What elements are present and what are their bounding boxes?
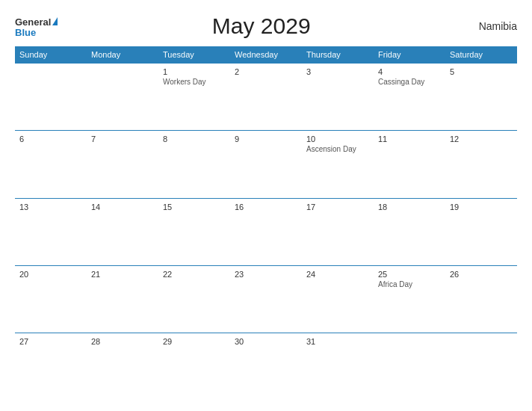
day-number: 15	[163, 203, 226, 211]
col-monday: Monday	[87, 46, 158, 64]
day-number: 13	[19, 203, 82, 211]
day-number: 24	[306, 270, 369, 279]
day-number: 12	[450, 135, 513, 143]
country-label: Namibia	[465, 20, 517, 32]
table-row: 28	[87, 333, 158, 401]
day-number: 22	[163, 270, 226, 279]
table-row: 3	[302, 64, 374, 131]
logo-blue: Blue	[15, 28, 58, 37]
table-row: 18	[374, 198, 445, 265]
table-row: 7	[87, 131, 158, 198]
table-row: 12	[445, 131, 517, 198]
day-number: 3	[306, 67, 369, 76]
table-row	[15, 64, 87, 131]
table-row: 20	[15, 265, 87, 333]
day-number: 5	[450, 67, 513, 76]
day-number: 17	[306, 203, 369, 211]
logo-triangle-icon	[52, 17, 58, 25]
table-row: 29	[158, 333, 230, 401]
table-row: 9	[230, 131, 302, 198]
day-number: 27	[19, 337, 82, 346]
holiday-label: Workers Day	[163, 78, 226, 86]
day-number: 26	[450, 270, 513, 279]
day-number: 29	[163, 337, 226, 346]
table-row: 14	[87, 198, 158, 265]
table-row: 23	[230, 265, 302, 333]
day-number: 7	[91, 135, 154, 143]
day-number: 11	[378, 135, 441, 143]
table-row: 24	[302, 265, 374, 333]
day-number: 31	[306, 337, 369, 346]
day-number: 30	[235, 337, 297, 346]
table-row: 10Ascension Day	[302, 131, 374, 198]
table-row: 19	[445, 198, 517, 265]
holiday-label: Africa Day	[378, 280, 441, 288]
table-row: 22	[158, 265, 230, 333]
day-number: 8	[163, 135, 226, 143]
page-title: May 2029	[58, 13, 465, 39]
calendar-header-row: Sunday Monday Tuesday Wednesday Thursday…	[15, 46, 517, 64]
day-number: 14	[91, 203, 154, 211]
table-row: 13	[15, 198, 87, 265]
day-number: 19	[450, 203, 513, 211]
day-number: 16	[235, 203, 297, 211]
table-row: 8	[158, 131, 230, 198]
calendar-table: Sunday Monday Tuesday Wednesday Thursday…	[15, 46, 517, 401]
table-row	[87, 64, 158, 131]
table-row: 15	[158, 198, 230, 265]
holiday-label: Cassinga Day	[378, 78, 441, 86]
table-row: 21	[87, 265, 158, 333]
calendar-row: 2728293031	[15, 333, 517, 401]
table-row: 26	[445, 265, 517, 333]
col-friday: Friday	[374, 46, 445, 64]
day-number: 1	[163, 67, 226, 76]
logo: General Blue	[15, 16, 58, 37]
table-row	[374, 333, 445, 401]
table-row: 17	[302, 198, 374, 265]
table-row: 5	[445, 64, 517, 131]
day-number: 4	[378, 67, 441, 76]
table-row: 4Cassinga Day	[374, 64, 445, 131]
col-sunday: Sunday	[15, 46, 87, 64]
col-tuesday: Tuesday	[158, 46, 230, 64]
day-number: 25	[378, 270, 441, 279]
table-row: 25Africa Day	[374, 265, 445, 333]
table-row: 11	[374, 131, 445, 198]
calendar-row: 13141516171819	[15, 198, 517, 265]
table-row: 2	[230, 64, 302, 131]
table-row	[445, 333, 517, 401]
day-number: 2	[235, 67, 297, 76]
col-saturday: Saturday	[445, 46, 517, 64]
calendar-row: 678910Ascension Day1112	[15, 131, 517, 198]
day-number: 21	[91, 270, 154, 279]
logo-general: General	[15, 16, 58, 28]
day-number: 6	[19, 135, 82, 143]
table-row: 27	[15, 333, 87, 401]
col-wednesday: Wednesday	[230, 46, 302, 64]
table-row: 1Workers Day	[158, 64, 230, 131]
col-thursday: Thursday	[302, 46, 374, 64]
holiday-label: Ascension Day	[306, 145, 369, 153]
calendar-page: General Blue May 2029 Namibia Sunday Mon…	[0, 0, 532, 411]
day-number: 18	[378, 203, 441, 211]
table-row: 16	[230, 198, 302, 265]
day-number: 20	[19, 270, 82, 279]
calendar-row: 1Workers Day234Cassinga Day5	[15, 64, 517, 131]
header: General Blue May 2029 Namibia	[15, 13, 517, 39]
table-row: 31	[302, 333, 374, 401]
day-number: 23	[235, 270, 297, 279]
calendar-row: 202122232425Africa Day26	[15, 265, 517, 333]
table-row: 6	[15, 131, 87, 198]
day-number: 10	[306, 135, 369, 143]
day-number: 28	[91, 337, 154, 346]
table-row: 30	[230, 333, 302, 401]
day-number: 9	[235, 135, 297, 143]
